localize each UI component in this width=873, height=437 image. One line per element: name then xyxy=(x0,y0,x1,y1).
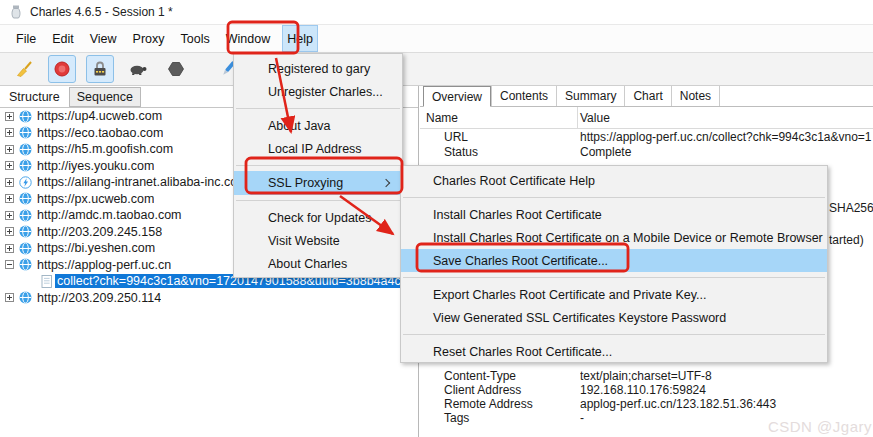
row-value: applog-perf.uc.cn/123.182.51.36:443 xyxy=(580,397,873,411)
menu-item-ssl-proxying[interactable]: SSL Proxying xyxy=(234,171,402,195)
tab-contents[interactable]: Contents xyxy=(491,86,557,106)
menu-item-visit-website[interactable]: Visit Website xyxy=(234,229,402,252)
host-label: https://px.ucweb.com xyxy=(37,192,154,206)
row-name: Content-Type xyxy=(420,369,580,383)
tree-row[interactable]: http://203.209.250.114 xyxy=(0,290,418,307)
menu-item-about-java[interactable]: About Java xyxy=(234,114,402,137)
tab-chart[interactable]: Chart xyxy=(625,86,671,106)
column-divider xyxy=(577,107,578,128)
menu-item-reset-cert[interactable]: Reset Charles Root Certificate... xyxy=(401,340,827,363)
expand-icon[interactable] xyxy=(5,112,14,121)
menu-view[interactable]: View xyxy=(86,25,121,52)
globe-icon xyxy=(19,242,32,255)
menu-item-local-ip[interactable]: Local IP Address xyxy=(234,137,402,160)
menu-item-registered[interactable]: Registered to gary xyxy=(234,57,402,80)
row-value: 192.168.110.176:59824 xyxy=(580,383,873,397)
menu-item-install-cert[interactable]: Install Charles Root Certificate xyxy=(401,203,827,226)
expand-icon[interactable] xyxy=(5,211,14,220)
globe-icon xyxy=(19,192,32,205)
menu-separator xyxy=(403,277,825,278)
expand-icon[interactable] xyxy=(5,178,14,187)
menu-item-unregister[interactable]: Unregister Charles... xyxy=(234,80,402,103)
row-name: Remote Address xyxy=(420,397,580,411)
menu-item-cert-help[interactable]: Charles Root Certificate Help xyxy=(401,169,827,192)
host-label: https://bi.yeshen.com xyxy=(37,241,155,255)
record-icon xyxy=(52,59,72,79)
expand-icon[interactable] xyxy=(5,194,14,203)
expand-icon[interactable] xyxy=(5,244,14,253)
menu-separator xyxy=(236,165,400,166)
ssl-proxying-label: SSL Proxying xyxy=(268,176,343,190)
host-label: https://applog-perf.uc.cn xyxy=(37,258,171,272)
lightning-icon xyxy=(19,176,32,189)
broom-icon xyxy=(14,59,34,79)
partial-value: SHA256) xyxy=(829,201,873,215)
host-label: https://alilang-intranet.alibaba-inc.co xyxy=(37,175,237,189)
table-row: Status Complete xyxy=(420,144,873,159)
overview-table-header: Name Value xyxy=(420,107,873,129)
throttling-button[interactable] xyxy=(124,55,152,83)
menu-separator xyxy=(403,197,825,198)
menu-help[interactable]: Help xyxy=(282,25,318,52)
tab-summary[interactable]: Summary xyxy=(557,86,625,106)
menu-tools[interactable]: Tools xyxy=(177,25,214,52)
record-toggle-button[interactable] xyxy=(48,55,76,83)
menu-item-export-cert[interactable]: Export Charles Root Certificate and Priv… xyxy=(401,283,827,306)
expand-icon[interactable] xyxy=(5,145,14,154)
table-row: Remote Address applog-perf.uc.cn/123.182… xyxy=(420,397,873,411)
menu-edit[interactable]: Edit xyxy=(48,25,78,52)
row-name: Tags xyxy=(420,411,580,425)
host-label: http://amdc.m.taobao.com xyxy=(37,208,182,222)
breakpoints-button[interactable] xyxy=(162,55,190,83)
globe-icon xyxy=(19,159,32,172)
menu-item-view-keystore-password[interactable]: View Generated SSL Certificates Keystore… xyxy=(401,306,827,329)
menu-item-check-updates[interactable]: Check for Updates xyxy=(234,206,402,229)
detail-tabs: Overview Contents Summary Chart Notes xyxy=(420,86,873,107)
clear-session-button[interactable] xyxy=(10,55,38,83)
menu-proxy[interactable]: Proxy xyxy=(129,25,169,52)
globe-icon xyxy=(19,126,32,139)
menu-file[interactable]: File xyxy=(12,25,40,52)
globe-icon xyxy=(19,143,32,156)
column-value: Value xyxy=(580,111,610,125)
overview-bottom-rows: Content-Type text/plain;charset=UTF-8 Cl… xyxy=(420,369,873,425)
table-row: Client Address 192.168.110.176:59824 xyxy=(420,383,873,397)
tab-structure[interactable]: Structure xyxy=(2,88,67,106)
globe-icon xyxy=(19,209,32,222)
tab-overview[interactable]: Overview xyxy=(423,86,491,107)
turtle-icon xyxy=(127,59,149,79)
collapse-icon[interactable] xyxy=(5,260,14,269)
hexagon-icon xyxy=(166,59,186,79)
menu-separator xyxy=(236,200,400,201)
host-label: https://h5.m.goofish.com xyxy=(37,142,173,156)
expand-icon[interactable] xyxy=(5,293,14,302)
host-label: https://eco.taobao.com xyxy=(37,126,163,140)
menu-separator xyxy=(236,108,400,109)
lock-icon xyxy=(90,59,110,79)
globe-icon xyxy=(19,110,32,123)
tab-sequence[interactable]: Sequence xyxy=(69,87,141,107)
row-value: text/plain;charset=UTF-8 xyxy=(580,369,873,383)
expand-icon[interactable] xyxy=(5,227,14,236)
toolbar xyxy=(0,53,873,86)
host-label: https://up4.ucweb.com xyxy=(37,109,162,123)
partial-value: tarted) xyxy=(829,233,864,247)
ssl-proxying-submenu: Charles Root Certificate Help Install Ch… xyxy=(400,165,828,363)
menu-item-install-cert-mobile[interactable]: Install Charles Root Certificate on a Mo… xyxy=(401,226,827,249)
help-dropdown-menu: Registered to gary Unregister Charles...… xyxy=(233,53,403,278)
expand-icon[interactable] xyxy=(5,161,14,170)
tab-notes[interactable]: Notes xyxy=(672,86,720,106)
host-label: http://203.209.245.158 xyxy=(37,225,162,239)
host-label: http://203.209.250.114 xyxy=(37,291,161,305)
ssl-proxying-button[interactable] xyxy=(86,55,114,83)
globe-icon xyxy=(19,225,32,238)
menu-item-about-charles[interactable]: About Charles xyxy=(234,252,402,275)
menu-item-save-cert[interactable]: Save Charles Root Certificate... xyxy=(401,249,827,272)
table-row: Content-Type text/plain;charset=UTF-8 xyxy=(420,369,873,383)
globe-icon xyxy=(19,258,32,271)
row-name: URL xyxy=(420,130,580,144)
expand-icon[interactable] xyxy=(5,128,14,137)
menu-bar: File Edit View Proxy Tools Window Help xyxy=(0,25,873,53)
globe-icon xyxy=(19,291,32,304)
menu-window[interactable]: Window xyxy=(222,25,274,52)
